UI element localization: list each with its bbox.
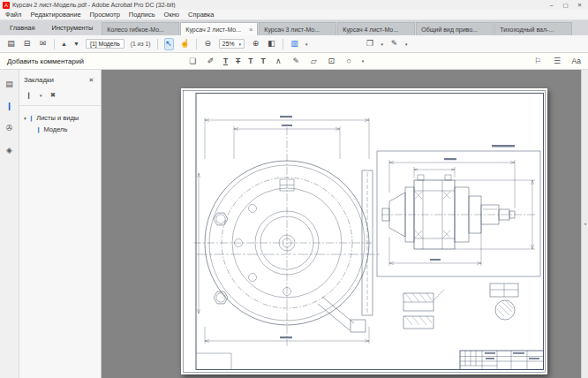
comment-toolbar: Добавить комментарий ❏ ✐ T T T T ∧ ✎ ▱ ⊡… bbox=[0, 53, 588, 70]
close-button[interactable]: ✕ bbox=[574, 2, 585, 9]
menu-window[interactable]: Окно bbox=[164, 11, 179, 19]
comment-right-tools: ⚐ ☰ Aa bbox=[533, 55, 581, 67]
document-viewer[interactable] bbox=[102, 70, 581, 378]
doc-tab-kursach4[interactable]: Курсач 4 лист-Мо... bbox=[337, 22, 415, 35]
next-page-icon[interactable]: ▼ bbox=[73, 38, 79, 50]
strikethrough-text-icon[interactable]: T bbox=[236, 57, 240, 65]
text-properties-icon[interactable]: Aa bbox=[572, 57, 581, 65]
menu-file[interactable]: Файл bbox=[5, 11, 21, 19]
bookmarks-toolbar: ❙ ▾ ✖ bbox=[19, 88, 101, 106]
toolbar-separator bbox=[196, 39, 197, 49]
expander-icon[interactable]: ▾ bbox=[24, 116, 26, 121]
chevron-down-icon: ▾ bbox=[238, 42, 241, 47]
previous-page-icon[interactable]: ▲ bbox=[61, 38, 67, 50]
bookmark-icon: ❙ bbox=[36, 126, 41, 133]
close-panel-icon[interactable]: ✕ bbox=[87, 73, 96, 86]
acrobat-logo-icon: A bbox=[3, 2, 10, 9]
toolbar-separator bbox=[157, 39, 158, 49]
fit-page-icon[interactable]: ❐ bbox=[366, 38, 375, 50]
navigation-rail: ▤ ❙ ✇ ◈ bbox=[0, 70, 19, 378]
title-bar: A Курсач 2 лист-Модель.pdf - Adobe Acrob… bbox=[0, 0, 588, 10]
shapes-tool-icon[interactable]: ○ bbox=[344, 55, 354, 67]
zoom-level-dropdown[interactable]: 25% ▾ bbox=[219, 39, 245, 49]
delete-bookmark-icon[interactable]: ✖ bbox=[49, 89, 58, 102]
page-number-field[interactable]: [1] Модель bbox=[86, 39, 124, 49]
menu-edit[interactable]: Редактирование bbox=[30, 11, 80, 19]
bookmark-icon: ❙ bbox=[29, 115, 34, 122]
toolbar-separator bbox=[54, 39, 55, 49]
tab-tools[interactable]: Инструменты bbox=[44, 24, 102, 35]
menu-bar: Файл Редактирование Просмотр Подпись Окн… bbox=[0, 10, 588, 20]
tools-pane-collapsed[interactable]: ◂ bbox=[581, 70, 588, 378]
add-comment-label: Добавить комментарий bbox=[7, 57, 84, 65]
comment-tools: ❏ ✐ T T T T ∧ ✎ ▱ ⊡ ○ ▾ bbox=[188, 55, 364, 67]
select-tool-icon[interactable]: ↖ bbox=[164, 38, 174, 50]
sign-tool-icon[interactable]: ✎ bbox=[389, 38, 399, 50]
bookmarks-panel-icon[interactable]: ❙ bbox=[4, 100, 14, 112]
hand-tool-icon[interactable]: ☝ bbox=[180, 38, 190, 50]
new-bookmark-icon[interactable]: ❙ bbox=[24, 89, 34, 102]
chevron-down-icon: ▾ bbox=[405, 42, 408, 47]
chevron-down-icon: ▾ bbox=[305, 42, 308, 47]
sticky-note-icon[interactable]: ❏ bbox=[188, 55, 198, 67]
comment-list-icon[interactable]: ☰ bbox=[553, 55, 562, 67]
bookmarks-panel-header: Закладки ✕ bbox=[19, 70, 101, 88]
bookmarks-title: Закладки bbox=[24, 76, 54, 84]
tab-home[interactable]: Главная bbox=[2, 24, 43, 35]
bookmarks-panel: Закладки ✕ ❙ ▾ ✖ ▾ ❙ Листы и виды ❙ Моде… bbox=[19, 70, 102, 378]
bookmark-model-item[interactable]: ❙ Модель bbox=[23, 124, 97, 135]
doc-tab-tihohodny-val[interactable]: Тихоходный вал-... bbox=[494, 22, 572, 35]
insert-text-icon[interactable]: ∧ bbox=[274, 55, 283, 67]
fit-width-icon[interactable]: ◧ bbox=[267, 38, 276, 50]
page-view-icon[interactable]: ▥ bbox=[290, 38, 299, 50]
page-count-label: (1 из 1) bbox=[131, 41, 151, 47]
main-area: ▤ ❙ ✇ ◈ Закладки ✕ ❙ ▾ ✖ ▾ ❙ Листы и вид… bbox=[0, 70, 588, 378]
bookmark-model-label: Модель bbox=[43, 125, 67, 133]
maximize-button[interactable]: ▢ bbox=[560, 2, 571, 9]
quick-toolbar: ▤ ⊟ ✉ ▲ ▼ [1] Модель (1 из 1) ↖ ☝ ⊖ 25% … bbox=[0, 35, 588, 53]
zoom-in-icon[interactable]: ⊕ bbox=[251, 38, 260, 50]
menu-sign[interactable]: Подпись bbox=[129, 11, 155, 19]
menu-help[interactable]: Справка bbox=[188, 11, 214, 19]
layers-icon[interactable]: ◈ bbox=[4, 144, 14, 156]
save-icon[interactable]: ▤ bbox=[6, 38, 16, 50]
zoom-out-icon[interactable]: ⊖ bbox=[203, 38, 213, 50]
window-title: Курсач 2 лист-Модель.pdf - Adobe Acrobat… bbox=[12, 2, 543, 8]
stamp-tool-icon[interactable]: ⊡ bbox=[327, 55, 336, 67]
doc-tab-kursach2-active[interactable]: Курсач 2 лист-Мо... × bbox=[180, 22, 258, 35]
eraser-tool-icon[interactable]: ▱ bbox=[309, 55, 319, 67]
keep-tool-pin-icon[interactable]: ⚐ bbox=[533, 55, 543, 67]
attachments-icon[interactable]: ✇ bbox=[4, 122, 14, 134]
pencil-tool-icon[interactable]: ✎ bbox=[291, 55, 301, 67]
toolbar-separator bbox=[283, 39, 283, 49]
bookmark-root-item[interactable]: ▾ ❙ Листы и виды bbox=[23, 112, 97, 124]
chevron-down-icon: ▾ bbox=[40, 93, 42, 98]
doc-tab-kursach3[interactable]: Курсач 3 лист-Мо... bbox=[259, 22, 336, 35]
bookmark-root-label: Листы и виды bbox=[36, 114, 79, 122]
print-icon[interactable]: ⊟ bbox=[22, 38, 32, 50]
page-thumbnails-icon[interactable]: ▤ bbox=[4, 78, 14, 90]
tab-close-icon[interactable]: × bbox=[249, 26, 253, 33]
mail-icon[interactable]: ✉ bbox=[38, 38, 48, 50]
pdf-page[interactable] bbox=[181, 88, 547, 374]
chevron-down-icon: ▾ bbox=[381, 42, 384, 47]
engineering-drawing bbox=[181, 88, 547, 374]
expand-tools-icon[interactable]: ◂ bbox=[583, 218, 587, 231]
bookmarks-tree: ▾ ❙ Листы и виды ❙ Модель bbox=[19, 106, 101, 141]
tab-bar: Главная Инструменты Колесо гибкое-Мо... … bbox=[0, 20, 588, 35]
add-text-icon[interactable]: T bbox=[261, 57, 266, 65]
highlight-text-icon[interactable]: ✐ bbox=[206, 55, 215, 67]
menu-view[interactable]: Просмотр bbox=[90, 11, 120, 19]
doc-tab-koleso[interactable]: Колесо гибкое-Мо... bbox=[102, 22, 179, 35]
doc-tab-obshiy-vid[interactable]: Общий вид приво... bbox=[416, 22, 494, 35]
minimize-button[interactable]: – bbox=[546, 2, 557, 8]
underline-text-icon[interactable]: T bbox=[223, 57, 228, 65]
replace-text-icon[interactable]: T bbox=[248, 57, 253, 65]
chevron-down-icon: ▾ bbox=[362, 58, 365, 64]
